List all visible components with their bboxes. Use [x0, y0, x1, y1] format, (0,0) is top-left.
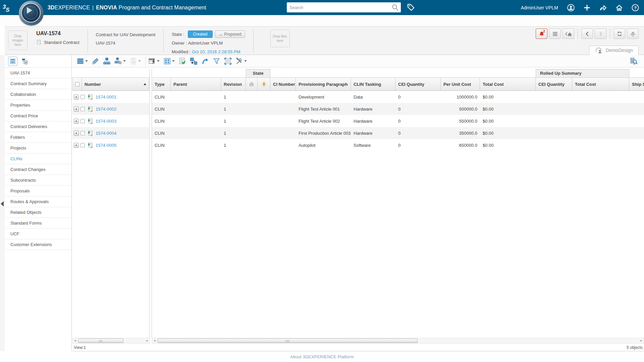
notifications-bell-button[interactable]: 2: [536, 28, 547, 39]
structure-settings-button[interactable]: [114, 57, 126, 65]
sidebar-item-contract-changes[interactable]: Contract Changes: [5, 164, 71, 175]
column-header-ru_total[interactable]: Total Cost: [572, 77, 629, 91]
workspace-tab[interactable]: DemoDesign: [589, 46, 639, 55]
sidebar-item-contract-deliveries[interactable]: Contract Deliveries: [5, 121, 71, 132]
row-number-link[interactable]: 1574-0001: [96, 95, 116, 100]
column-header-total[interactable]: Total Cost: [480, 77, 536, 91]
row-number-link[interactable]: 1574-0005: [96, 143, 116, 148]
column-header-ru_cei[interactable]: CEI Quantity: [536, 77, 572, 91]
scroll-left-arrow[interactable]: ◄: [73, 338, 77, 343]
expand-row-button[interactable]: +: [74, 107, 79, 112]
row-checkbox[interactable]: [80, 131, 85, 135]
column-header-promote[interactable]: [258, 77, 270, 91]
scrollbar-thumb[interactable]: [78, 339, 123, 343]
frozen-pane-scrollbar[interactable]: ◄ ►: [72, 338, 150, 344]
sidebar-item-customer-extensions[interactable]: Customer Extensions: [5, 239, 71, 250]
row-number-link[interactable]: 1574-0004: [96, 131, 116, 136]
expand-row-button[interactable]: +: [74, 131, 79, 136]
sidebar-item-collaboration[interactable]: Collaboration: [5, 89, 71, 100]
column-header-number[interactable]: Number: [82, 77, 149, 91]
list-view-toggle[interactable]: [8, 57, 17, 66]
search-in-table-button[interactable]: [630, 57, 638, 65]
view-grid-button[interactable]: [163, 57, 175, 65]
scroll-left-arrow[interactable]: ◄: [152, 338, 157, 343]
expand-row-button[interactable]: +: [74, 143, 79, 148]
tag-icon[interactable]: [407, 3, 415, 12]
column-header-lock[interactable]: [246, 77, 258, 91]
scroll-right-arrow[interactable]: ►: [639, 338, 644, 343]
table-frozen-pane: Number +1574-0001+1574-0002+1574-0003+15…: [72, 69, 150, 338]
tree-view-toggle[interactable]: [20, 57, 30, 66]
home-back-button[interactable]: [562, 28, 574, 39]
sidebar-item-clins[interactable]: CLINs: [5, 154, 71, 164]
menu-lines-icon: [552, 31, 558, 37]
scroll-right-arrow[interactable]: ►: [145, 338, 150, 343]
state-current-button[interactable]: Created: [188, 31, 213, 38]
about-link[interactable]: About 3DEXPERIENCE Platform: [290, 354, 354, 359]
sidebar-item-folders[interactable]: Folders: [5, 132, 71, 143]
3dexperience-compass-icon[interactable]: [19, 1, 44, 25]
scrollbar-thumb[interactable]: [158, 339, 418, 343]
refresh-button[interactable]: [613, 28, 625, 39]
column-header-ci[interactable]: CI Number: [270, 77, 296, 91]
expand-row-button[interactable]: +: [74, 95, 79, 100]
sidebar-item-subcontracts[interactable]: Subcontracts: [5, 175, 71, 186]
search-input[interactable]: [287, 5, 391, 10]
view-indicator: View:1: [74, 345, 86, 350]
collapse-sidebar-handle[interactable]: [1, 201, 4, 206]
row-number-link[interactable]: 1574-0003: [96, 119, 116, 124]
column-header-cei[interactable]: CEI Quantity: [395, 77, 441, 91]
row-checkbox[interactable]: [80, 107, 85, 111]
validate-document-button[interactable]: [178, 57, 186, 65]
sidebar-item-standard-forms[interactable]: Standard Forms: [5, 218, 71, 229]
sidebar-item-properties[interactable]: Properties: [5, 100, 71, 111]
sidebar-item-contract-price[interactable]: Contract Price: [5, 111, 71, 121]
sidebar-item-proposals[interactable]: Proposals: [5, 186, 71, 196]
column-header-task[interactable]: CLIN Tasking: [351, 77, 395, 91]
sidebar-item-contract-summary[interactable]: Contract Summary: [5, 78, 71, 89]
row-checkbox[interactable]: [80, 143, 85, 147]
user-name[interactable]: AdminUser VPLM: [521, 5, 558, 10]
column-header-parent[interactable]: Parent: [171, 77, 221, 91]
main-pane-scrollbar[interactable]: ◄ ►: [152, 338, 644, 344]
sidebar-item-ucf[interactable]: UCF: [5, 229, 71, 239]
promote-curve-button[interactable]: [201, 57, 209, 65]
column-header-ship[interactable]: Ship S: [629, 77, 644, 91]
nav-back-button[interactable]: [581, 28, 593, 39]
share-icon[interactable]: [599, 4, 607, 12]
user-avatar-icon[interactable]: [567, 4, 575, 12]
sidebar-item-uav-1574[interactable]: UAV-1574: [5, 68, 71, 78]
add-related-button[interactable]: [190, 57, 198, 65]
sidebar-item-related-objects[interactable]: Related Objects: [5, 207, 71, 218]
actions-menu-button[interactable]: [76, 57, 88, 65]
state-promote-button[interactable]: →Proposed: [215, 31, 245, 38]
drop-images-zone[interactable]: Drop images here: [8, 31, 28, 50]
sidebar-item-routes-approvals[interactable]: Routes & Approvals: [5, 196, 71, 207]
column-header-type[interactable]: Type: [152, 77, 171, 91]
tools-button[interactable]: [235, 57, 247, 65]
row-checkbox[interactable]: [80, 95, 85, 99]
sidebar-item-projects[interactable]: Projects: [5, 143, 71, 154]
menu-lines-button[interactable]: [549, 28, 561, 39]
row-checkbox[interactable]: [80, 119, 85, 123]
quick-table-button[interactable]: [148, 57, 160, 65]
column-header-revision[interactable]: Revision: [221, 77, 246, 91]
modified-date[interactable]: Oct 10, 2016 2:28:55 PM: [192, 49, 240, 54]
home-icon[interactable]: [615, 4, 623, 12]
lock-icon: [249, 81, 255, 87]
column-header-per[interactable]: Per Unit Cost: [441, 77, 480, 91]
row-height-button[interactable]: [627, 28, 639, 39]
drop-files-zone[interactable]: Drop files here: [270, 30, 290, 47]
add-plus-icon[interactable]: [583, 4, 591, 12]
column-header-prov[interactable]: Provisioning Paragraph: [296, 77, 351, 91]
structure-button[interactable]: [103, 57, 111, 65]
filter-funnel-button[interactable]: [213, 57, 220, 65]
search-icon[interactable]: [391, 4, 399, 11]
expand-row-button[interactable]: +: [74, 119, 79, 124]
table-row: CLIN1Flight Test Article 001Hardware0500…: [152, 103, 644, 115]
select-table-button[interactable]: [224, 57, 232, 65]
edit-pencil-button[interactable]: [92, 57, 99, 65]
help-icon[interactable]: ?: [631, 4, 639, 12]
select-all-checkbox[interactable]: [75, 82, 79, 86]
row-number-link[interactable]: 1574-0002: [96, 107, 116, 112]
